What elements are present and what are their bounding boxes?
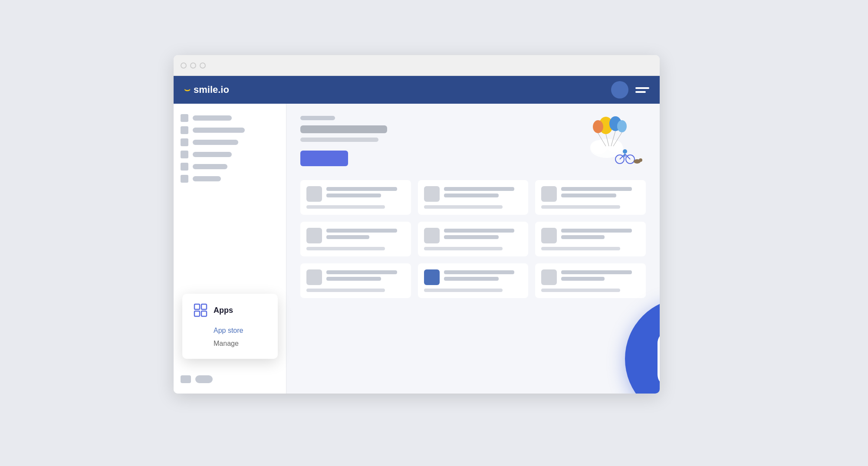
browser-dot-2 (190, 62, 196, 69)
sidebar-label (193, 140, 238, 145)
content-title-placeholder (300, 116, 335, 120)
sidebar-item[interactable] (181, 138, 279, 146)
card-top-row (306, 269, 405, 285)
app-card[interactable] (418, 180, 529, 215)
sidebar-label (193, 176, 221, 181)
content-subtitle-placeholder (300, 125, 387, 133)
main-header-section (300, 116, 646, 168)
cards-grid (300, 180, 646, 298)
browser-window: ⌣ smile.io (174, 55, 660, 394)
svg-rect-2 (194, 311, 200, 316)
sidebar: Apps App store Manage (174, 104, 286, 394)
app-card[interactable] (300, 180, 411, 215)
card-text (326, 186, 405, 197)
menu-line-1 (635, 87, 649, 89)
card-line (444, 235, 499, 239)
card-bottom-line (541, 247, 620, 250)
card-text (444, 269, 523, 281)
card-bottom-line (306, 205, 385, 209)
app-logo: ⌣ smile.io (184, 84, 229, 95)
sidebar-items (181, 114, 279, 183)
card-line (561, 277, 604, 281)
dropdown-item-appstore[interactable]: App store (193, 324, 267, 337)
apps-dropdown: Apps App store Manage (182, 294, 278, 359)
card-line (444, 270, 515, 274)
browser-titlebar (174, 55, 660, 76)
card-top-row (424, 186, 523, 202)
card-line (444, 187, 515, 191)
sidebar-icon (181, 175, 188, 183)
card-bottom-line (424, 205, 503, 209)
content-cta-button[interactable] (300, 151, 348, 166)
app-card[interactable] (300, 263, 411, 298)
card-icon (306, 186, 322, 202)
card-line (561, 235, 604, 239)
svg-point-6 (607, 140, 622, 152)
sidebar-item[interactable] (181, 163, 279, 171)
card-icon (541, 269, 557, 285)
sidebar-item[interactable] (181, 126, 279, 134)
illustration-area (576, 116, 646, 168)
menu-button[interactable] (635, 87, 649, 93)
sidebar-icon (181, 163, 188, 171)
svg-point-5 (590, 140, 608, 154)
header-with-illustration (300, 116, 646, 168)
menu-line-2 (635, 91, 646, 93)
sidebar-bottom-icon (181, 375, 191, 383)
card-line (561, 229, 632, 233)
card-top-row (541, 269, 640, 285)
card-line (561, 187, 632, 191)
sidebar-bottom (181, 375, 213, 383)
sidebar-icon (181, 126, 188, 134)
card-icon-active (424, 269, 440, 285)
card-line (444, 194, 499, 197)
card-text (444, 228, 523, 239)
card-line (326, 229, 397, 233)
card-top-row (306, 186, 405, 202)
sidebar-label (193, 152, 232, 157)
browser-dot-3 (200, 62, 206, 69)
sidebar-item[interactable] (181, 114, 279, 122)
card-line (326, 270, 397, 274)
app-card[interactable] (535, 263, 646, 298)
app-card[interactable] (535, 222, 646, 256)
sidebar-icon (181, 114, 188, 122)
card-top-row (541, 186, 640, 202)
svg-point-20 (623, 149, 627, 154)
sidebar-item[interactable] (181, 151, 279, 158)
sidebar-bottom-pill (195, 375, 213, 383)
svg-rect-3 (201, 311, 207, 316)
sidebar-item[interactable] (181, 175, 279, 183)
balloon-illustration (576, 116, 646, 168)
dropdown-item-manage[interactable]: Manage (193, 337, 267, 350)
card-icon (424, 228, 440, 243)
card-icon (424, 186, 440, 202)
sidebar-icon (181, 138, 188, 146)
app-card[interactable] (418, 222, 529, 256)
card-line (326, 277, 381, 281)
card-line (326, 187, 397, 191)
card-icon (306, 269, 322, 285)
avatar[interactable] (611, 81, 628, 98)
card-bottom-line (541, 205, 620, 209)
card-text (561, 228, 640, 239)
card-top-row (306, 228, 405, 243)
card-bottom-line (424, 289, 503, 292)
sidebar-label (193, 128, 245, 133)
card-icon (541, 186, 557, 202)
header-text-block (300, 116, 387, 166)
app-card[interactable] (300, 222, 411, 256)
browser-dots (181, 62, 206, 69)
card-bottom-line (306, 247, 385, 250)
card-line (326, 194, 381, 197)
card-text (326, 269, 405, 281)
app-card[interactable] (535, 180, 646, 215)
card-top-row (541, 228, 640, 243)
content-desc-placeholder (300, 138, 378, 142)
app-card-highlighted[interactable] (418, 263, 529, 298)
card-bottom-line (306, 289, 385, 292)
card-top-row (424, 269, 523, 285)
logo-smile-icon: ⌣ (184, 84, 190, 95)
logo-text: smile.io (194, 84, 229, 95)
app-header: ⌣ smile.io (174, 76, 660, 104)
